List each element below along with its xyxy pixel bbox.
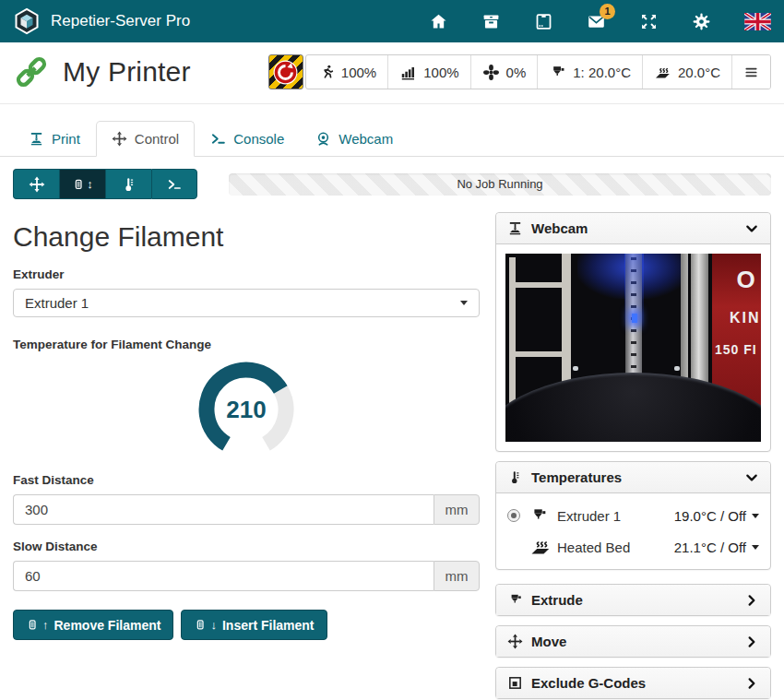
arrow-down-icon: ↓ [210,618,217,632]
move-icon [112,131,127,147]
extrude-panel: Extrude [495,584,771,616]
mode-move-button[interactable] [13,169,59,199]
thermometer-icon [507,469,523,485]
exclude-gcodes-panel-header[interactable]: Exclude G-Codes [496,668,770,698]
filament-spool-icon [26,618,40,632]
mode-temperature-button[interactable] [105,169,151,199]
printer-header: My Printer 100% 100% 0% 1: 20.0°C [0,42,784,104]
gauge-track [267,390,287,445]
chevron-down-icon [744,470,759,485]
exclude-gcodes-panel: Exclude G-Codes [495,667,771,699]
printer-frame-icon[interactable] [534,12,553,31]
emergency-stop-button[interactable] [268,54,303,89]
settings-gear-icon[interactable] [692,12,711,31]
temperature-label: Temperature for Filament Change [13,338,480,351]
insert-filament-button[interactable]: ↓ Insert Filament [181,610,327,640]
extruder-temp-status[interactable]: 1: 20.0°C [538,55,643,89]
connection-link-icon [13,53,50,90]
webcam-image: O KIN 150 FI [505,254,761,442]
hamburger-icon [743,65,759,80]
job-progress-bar: No Job Running [229,173,771,196]
bed-temp-status[interactable]: 20.0°C [643,55,732,89]
chevron-right-icon [744,593,759,608]
extruder-temp-value: 1: 20.0°C [573,65,631,80]
temperature-row-extruder: Extruder 1 19.0°C / Off [496,501,770,530]
bed-temp-value: 20.0°C [678,65,720,80]
home-icon[interactable] [429,12,448,31]
filament-spool-icon [194,618,208,632]
webcam-sign: O KIN 150 FI [712,254,761,406]
app-logo-icon [13,7,41,35]
flow-status[interactable]: 100% [388,55,470,89]
message-count-badge: 1 [600,4,615,19]
temperature-gauge[interactable]: 210 [196,359,297,464]
webcam-panel: Webcam [495,212,771,452]
speed-icon [317,64,335,81]
app-brand[interactable]: Repetier-Server Pro [13,7,190,35]
move-icon [507,634,523,649]
tab-webcam[interactable]: Webcam [300,121,409,157]
heated-bed-icon [529,536,552,558]
printer-icon [507,220,523,236]
printer-menu-button[interactable] [732,55,770,89]
extruder-select[interactable]: Extruder 1 [13,289,480,317]
job-status-text: No Job Running [457,177,542,191]
move-panel-header[interactable]: Move [496,626,770,657]
extruder-radio[interactable] [507,509,520,522]
extruder-icon [507,592,523,608]
chevron-right-icon [744,635,759,649]
console-icon [210,131,226,147]
slow-distance-label: Slow Distance [13,540,480,553]
webcam-panel-header[interactable]: Webcam [496,213,770,244]
tab-control[interactable]: Control [96,121,195,157]
chevron-right-icon [744,676,759,691]
exclude-region-icon [507,675,523,691]
filament-spool-icon [72,177,86,192]
bed-temp-dropdown[interactable]: 21.1°C / Off [674,540,759,555]
language-flag-icon[interactable] [744,13,771,30]
move-panel: Move [495,625,771,658]
caret-down-icon [460,301,468,305]
gauge-value-text: 210 [226,396,266,423]
extruder-icon [549,64,566,81]
arrow-up-icon: ↑ [42,618,49,632]
fan-value: 0% [506,65,527,80]
slow-distance-input[interactable] [13,561,434,591]
fast-distance-unit: mm [434,494,480,525]
fast-distance-label: Fast Distance [13,473,480,487]
caret-down-icon [752,514,759,518]
messages-icon[interactable]: 1 [587,12,606,31]
fan-status[interactable]: 0% [471,55,539,89]
reset-arrow-icon [273,60,298,85]
printer-icon [29,131,44,147]
printer-status-bar: 100% 100% 0% 1: 20.0°C 20.0°C [305,54,771,89]
extruder-select-value: Extruder 1 [25,295,89,311]
extrude-panel-header[interactable]: Extrude [496,585,770,615]
flow-value: 100% [423,65,458,80]
temperatures-panel-header[interactable]: Temperatures [496,462,770,493]
speed-value: 100% [341,65,376,80]
tab-console[interactable]: Console [195,121,300,157]
move-icon [29,176,45,193]
caret-down-icon [752,545,759,550]
thermometer-icon [121,176,137,193]
temperature-row-bed: Heated Bed 21.1°C / Off [496,530,770,564]
remove-filament-button[interactable]: ↑ Remove Filament [13,610,173,640]
slow-distance-unit: mm [434,561,480,591]
extruder-temp-dropdown[interactable]: 19.0°C / Off [674,508,759,524]
tab-print[interactable]: Print [13,121,96,157]
fan-icon [482,64,500,81]
section-heading: Change Filament [13,221,480,253]
archive-icon[interactable] [481,12,501,31]
mode-console-button[interactable] [151,169,197,199]
chevron-down-icon [744,221,759,236]
temperatures-panel: Temperatures Extruder 1 19.0°C / Off [495,461,771,570]
mode-filament-button[interactable]: ↕ [59,169,105,199]
fast-distance-input[interactable] [13,494,434,525]
fullscreen-icon[interactable] [639,12,659,31]
console-icon [167,177,182,192]
control-mode-buttons: ↕ [13,169,197,199]
page-title: My Printer [63,56,191,88]
speed-status[interactable]: 100% [306,55,388,89]
flow-icon [399,64,417,81]
